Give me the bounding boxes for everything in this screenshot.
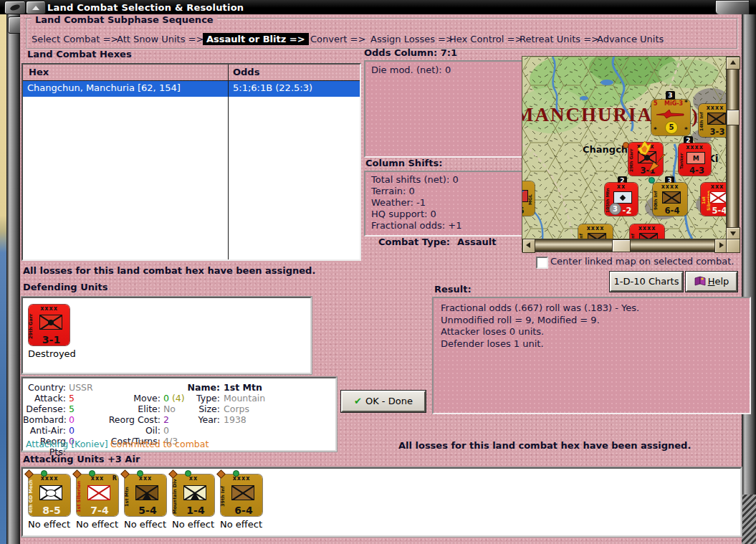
result-line: Attacker loses 0 units. <box>441 326 742 338</box>
horizontal-scroll-thumb[interactable] <box>612 239 631 252</box>
map-unit-105th-mtn[interactable]: xx 105th Mtn 3 -2 <box>605 183 638 216</box>
stat-value: 0 <box>163 425 169 436</box>
ok-done-button[interactable]: ✔OK - Done <box>341 391 426 412</box>
die-mod-text: Die mod. (net): 0 <box>371 65 451 75</box>
stat-label: Year: <box>173 414 220 425</box>
air-unit-counter-mig3[interactable]: 5 MiG-3 5 * * * <box>651 100 690 135</box>
map-unit-mgl[interactable]: MGL -5 <box>522 181 535 216</box>
triangle-glyph-icon <box>32 6 39 10</box>
stat-value: 2 <box>163 414 169 425</box>
center-map-checkbox-label: Center linked map on selected combat. <box>550 256 734 267</box>
map-unit-tanker[interactable]: xxxx Tanker M 4-3 <box>679 143 711 176</box>
window-menu-icon[interactable] <box>4 1 26 14</box>
subphase-title: Land Combat Subphase Sequence <box>32 14 217 25</box>
charts-button-label: 1-D-10 Charts <box>614 276 679 287</box>
result-line: Defender loses 1 unit. <box>441 338 742 350</box>
oval-glyph-icon <box>9 4 20 11</box>
stat-label: Anti-Air: <box>23 425 66 436</box>
map-terrain: MANCHURIA ) Changch Ki 3 2 2 3 5 MiG-3 <box>522 57 726 239</box>
table-header: Hex Odds <box>23 65 360 81</box>
unit-strength: 1-4 <box>177 505 214 516</box>
unit-strength: 6-4 <box>657 206 687 216</box>
shift-line: HQ support: 0 <box>371 209 525 220</box>
attacking-unit-counter[interactable]: xx Mountain Div 1-4 <box>173 474 214 516</box>
objective-dot-icon <box>649 177 655 183</box>
shift-line: Terrain: 0 <box>371 186 525 197</box>
stat-value: 1938 <box>224 414 247 425</box>
phase-step-select-combat: Select Combat => <box>32 34 118 44</box>
unit-stats-box: Country: USSR Name: 1st Mtn Attack: 5 Mo… <box>21 377 337 452</box>
help-button[interactable]: Help <box>686 272 737 292</box>
defending-units-box: xxxx 29th Garr 3-1 Destroyed <box>21 297 312 374</box>
unit-strength: 7-4 <box>81 505 118 516</box>
fire-icon <box>637 141 653 156</box>
air-star: * <box>684 99 688 106</box>
result-line: Unmodified roll = 9, Modified = 9. <box>441 315 742 327</box>
stat-value: USSR <box>69 382 93 393</box>
combat-minimap[interactable]: MANCHURIA ) Changch Ki 3 2 2 3 5 MiG-3 <box>522 56 740 252</box>
stat-label: Reorg Cost: <box>95 414 161 425</box>
window-left-frame <box>6 14 20 544</box>
center-map-checkbox[interactable] <box>536 257 548 269</box>
attacking-units-box: xxxx 4th GD Mech 8-5 No effect R xxx 1st… <box>21 467 742 537</box>
unit-strength: 3-1 <box>33 334 70 345</box>
map-horizontal-scrollbar[interactable] <box>522 239 726 252</box>
unit-size: xxxx <box>630 225 664 232</box>
column-shifts-box: Total shifts (net): 0 Terrain: 0 Weather… <box>364 171 532 237</box>
combat-type-value: Assault <box>457 237 496 247</box>
window-title: Land Combat Selection & Resolution <box>47 2 244 13</box>
map-unit-14th-inf[interactable]: xxxx 14th Inf 3-3 <box>699 104 726 137</box>
window-edge-button[interactable] <box>715 0 750 15</box>
attacking-unit-counter[interactable]: xxxx 4th GD Mech 8-5 <box>29 474 70 516</box>
map-town-changchun: Changch <box>583 144 628 155</box>
air-roundel: 5 <box>665 121 678 134</box>
result-line: Fractional odds (.667) roll was (.183) -… <box>441 302 742 315</box>
stat-value: 5 <box>69 393 75 404</box>
attacking-unit-counter[interactable]: xxx 1st Mtn 5-4 <box>125 474 166 516</box>
vertical-scroll-thumb[interactable] <box>727 110 740 125</box>
map-unit-partial[interactable]: xxxx Inf <box>578 224 613 239</box>
stat-label: Elite: <box>95 404 161 414</box>
hexes-title: Land Combat Hexes <box>27 49 132 59</box>
defending-units-title: Defending Units <box>23 282 107 292</box>
attacking-unit-counter[interactable]: xxxx 39th Inf 6-4 <box>221 474 262 516</box>
attacking-hq-status: Attacking [Koniev] <box>26 439 108 449</box>
map-region-label: MANCHURIA <box>522 104 653 126</box>
defending-unit-counter[interactable]: xxxx 29th Garr 3-1 <box>29 305 70 345</box>
scroll-left-icon[interactable] <box>522 239 535 253</box>
column-header-odds: Odds <box>233 67 259 77</box>
unit-strength: 5-4 <box>129 505 166 516</box>
unit-effect: No effect <box>172 519 214 530</box>
airplane-icon <box>655 108 686 120</box>
unit-name: Inf <box>578 229 583 239</box>
resize-grip[interactable] <box>742 495 756 544</box>
window-collapse-icon[interactable] <box>26 1 46 14</box>
phase-step-assign-losses: Assign Losses => <box>370 34 454 44</box>
map-unit-1st-siberian[interactable]: xxx 1st Siberian 5-4 <box>701 183 726 216</box>
combat-hexes-table: Hex Odds Changchun, Manchuria [62, 154] … <box>21 63 361 261</box>
map-unit-29th-garr[interactable]: xxxx 29th Garr 3-1 <box>628 143 663 176</box>
map-unit-90th-inf[interactable]: xxxx 90th Inf 6-4 <box>653 183 687 216</box>
charts-button[interactable]: 1-D-10 Charts <box>610 272 683 292</box>
unit-size: xxxx <box>578 225 613 232</box>
unit-size: xxxx <box>29 305 70 312</box>
map-unit-partial[interactable]: xxxx Inf <box>630 224 664 239</box>
unit-size: xx <box>173 475 214 482</box>
map-vertical-scrollbar[interactable] <box>726 57 739 239</box>
table-row[interactable]: Changchun, Manchuria [62, 154] 5:1;6:1B … <box>23 81 360 97</box>
stat-label: Size: <box>173 404 220 414</box>
unit-strength: -2 <box>616 206 638 216</box>
losses-assigned-message-right: All losses for this land combat hex have… <box>398 440 691 451</box>
unit-size: xxx <box>125 475 166 482</box>
result-title: Result: <box>434 284 472 295</box>
air-model: MiG-3 <box>664 100 683 107</box>
unit-effect: No effect <box>124 519 166 530</box>
unit-strength: 4-3 <box>683 166 711 176</box>
attacking-unit-counter[interactable]: R xxx 1st Siberian 7-4 <box>77 474 118 516</box>
unit-strength: 5-4 <box>705 206 726 216</box>
stat-value: 5 <box>69 404 75 414</box>
stat-label: Country: <box>23 382 66 393</box>
scroll-up-icon[interactable] <box>726 57 740 70</box>
air-star: * <box>654 126 657 133</box>
attack-arrow-icon <box>647 154 666 173</box>
